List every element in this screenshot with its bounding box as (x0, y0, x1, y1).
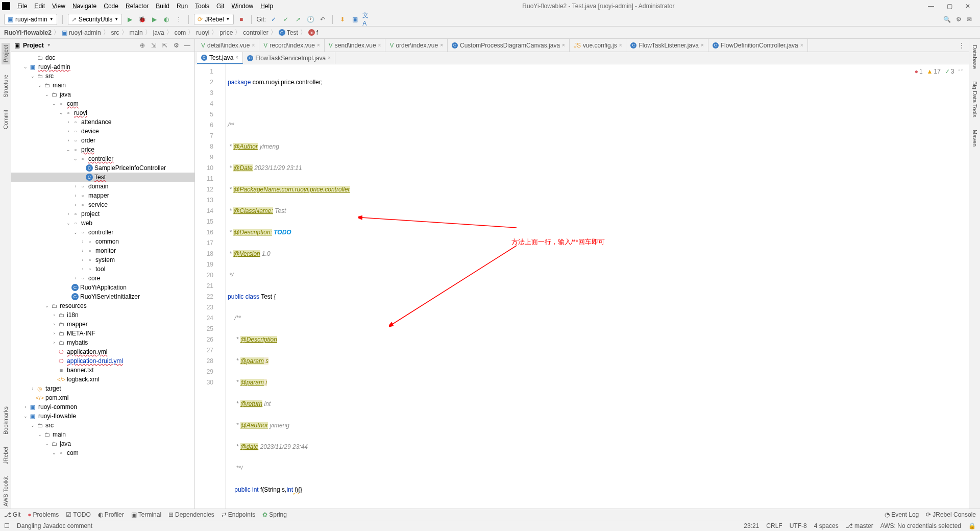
bottom-git[interactable]: ⎇ Git (4, 511, 20, 518)
tab-jrebel[interactable]: JRebel (2, 445, 10, 466)
bottom-eventlog[interactable]: ◔ Event Log (885, 511, 919, 518)
tree-node[interactable]: ⌄🗀src (11, 421, 194, 430)
tree-node[interactable]: ⌄▫com (11, 99, 194, 108)
tree-node[interactable]: ›🗀META-INF (11, 329, 194, 338)
crumb[interactable]: RuoYi-flowable2 (4, 29, 52, 36)
crumb[interactable]: ▣ ruoyi-admin (62, 29, 101, 36)
crumb[interactable]: m f (308, 29, 318, 36)
tree-node[interactable]: ›▫device (11, 127, 194, 136)
tree-node[interactable]: ⎔application-druid.yml (11, 356, 194, 366)
tree-node[interactable]: ⌄🗀main (11, 430, 194, 439)
menu-refactor[interactable]: Refactor (122, 2, 152, 11)
tree-node[interactable]: </>logback.xml (11, 375, 194, 384)
bottom-problems[interactable]: ● Problems (28, 511, 59, 518)
select-opened-icon[interactable]: ⊕ (138, 41, 146, 50)
profile-button[interactable]: ◐ (162, 15, 171, 24)
menu-run[interactable]: Run (174, 2, 191, 11)
tab-project[interactable]: Project (2, 43, 10, 64)
tree-node[interactable]: ›▫tool (11, 264, 194, 274)
mail-icon[interactable]: ✉ (967, 16, 972, 23)
status-aws[interactable]: AWS: No credentials selected (880, 522, 961, 529)
tab-commit[interactable]: Commit (2, 108, 10, 131)
tree-node[interactable]: ›▫attendance (11, 117, 194, 127)
bottom-terminal[interactable]: ▣ Terminal (131, 511, 161, 518)
gear-icon[interactable]: ⚙ (956, 16, 962, 23)
tree-node[interactable]: ›▫project (11, 209, 194, 219)
crumb[interactable]: price (219, 29, 233, 36)
tree-node[interactable]: ›🗀i18n (11, 310, 194, 320)
status-enc[interactable]: UTF-8 (790, 522, 807, 529)
crumb[interactable]: C Test (279, 29, 298, 36)
tree-node[interactable]: ›▫mapper (11, 191, 194, 200)
tab-bookmarks[interactable]: Bookmarks (2, 404, 10, 437)
editor-subtab[interactable]: CFlowTaskServiceImpl.java× (243, 52, 335, 64)
maximize-button[interactable]: ▢ (943, 3, 955, 10)
coverage-button[interactable]: ▶ (150, 15, 159, 24)
bottom-endpoints[interactable]: ⇄ Endpoints (222, 511, 255, 518)
tree-node[interactable]: ›▫monitor (11, 246, 194, 255)
editor-subtab[interactable]: CTest.java× (197, 52, 243, 64)
tree-body[interactable]: 🗀doc⌄▣ruoyi-admin⌄🗀src⌄🗀main⌄🗀java⌄▫com⌄… (11, 52, 194, 509)
tree-node[interactable]: CTest (11, 173, 194, 182)
editor-tab[interactable]: Vorder\index.vue× (385, 39, 448, 52)
editor-tab[interactable]: Vsend\index.vue× (325, 39, 386, 52)
tree-node[interactable]: ⌄▫com (11, 448, 194, 457)
tree-node[interactable]: ›◎target (11, 384, 194, 393)
tree-node[interactable]: ›▫service (11, 200, 194, 209)
menu-file[interactable]: File (14, 2, 30, 11)
crumb[interactable]: com (175, 29, 186, 36)
tree-node[interactable]: ⌄▫controller (11, 228, 194, 237)
tree-node[interactable]: ≡banner.txt (11, 366, 194, 375)
editor-tab[interactable]: JSvue.config.js× (570, 39, 627, 52)
tree-node[interactable]: ⌄🗀src (11, 71, 194, 81)
crumb[interactable]: java (153, 29, 164, 36)
git-rollback-button[interactable]: ↶ (318, 15, 327, 24)
tree-node[interactable]: ›▫domain (11, 182, 194, 191)
jrebel-selector[interactable]: ⟳ JRebel ▼ (194, 14, 233, 25)
git-update-button[interactable]: ✓ (269, 15, 278, 24)
editor-tab[interactable]: CFlowDefinitionController.java× (708, 39, 808, 52)
git-push-button[interactable]: ↗ (293, 15, 303, 24)
editor[interactable]: 1234567891011121314151617181920212223242… (195, 64, 969, 509)
tree-node[interactable]: CRuoYiServletInitializer (11, 292, 194, 301)
tree-node[interactable]: ⌄▫ruoyi (11, 108, 194, 117)
run-button[interactable]: ▶ (125, 15, 134, 24)
tree-node[interactable]: ⌄🗀java (11, 90, 194, 99)
crumb[interactable]: src (111, 29, 119, 36)
bottom-deps[interactable]: ⊞ Dependencies (168, 511, 214, 518)
menu-window[interactable]: Window (228, 2, 256, 11)
tabs-more[interactable]: ⋮ (954, 42, 969, 49)
tree-node[interactable]: ⌄▫web (11, 219, 194, 228)
hide-icon[interactable]: — (183, 41, 191, 50)
tree-node[interactable]: ›▫common (11, 237, 194, 246)
tree-node[interactable]: CSamplePriceInfoController (11, 163, 194, 173)
menu-build[interactable]: Build (153, 2, 173, 11)
search-icon[interactable]: 🔍 (943, 16, 951, 23)
expand-icon[interactable]: ⇲ (150, 41, 158, 50)
bottom-profiler[interactable]: ◐ Profiler (98, 511, 124, 518)
menu-code[interactable]: Code (101, 2, 121, 11)
tree-node[interactable]: ›▣ruoyi-common (11, 402, 194, 412)
weak-count[interactable]: 3 (945, 66, 954, 77)
tree-node[interactable]: ›▫order (11, 136, 194, 145)
menu-view[interactable]: View (49, 2, 68, 11)
status-branch[interactable]: ⎇ master (846, 522, 873, 529)
tree-node[interactable]: ›▫system (11, 255, 194, 264)
menu-edit[interactable]: Edit (31, 2, 48, 11)
runconfig-selector[interactable]: ↗ SecurityUtils ▼ (68, 14, 122, 25)
tab-structure[interactable]: Structure (2, 73, 10, 100)
chevron-icon[interactable]: ˆ ˇ (959, 66, 963, 77)
module-selector[interactable]: ▣ ruoyi-admin ▼ (4, 14, 57, 25)
crumb[interactable]: main (130, 29, 143, 36)
status-eol[interactable]: CRLF (766, 522, 782, 529)
menu-tools[interactable]: Tools (192, 2, 212, 11)
status-pos[interactable]: 23:21 (744, 522, 759, 529)
warning-count[interactable]: 17 (927, 66, 941, 77)
editor-tab[interactable]: Vdetail\index.vue× (197, 39, 259, 52)
stop-button[interactable]: ■ (237, 15, 246, 24)
gear-icon[interactable]: ⚙ (172, 41, 180, 50)
menu-help[interactable]: Help (257, 2, 276, 11)
collapse-icon[interactable]: ⇱ (161, 41, 169, 50)
tab-database[interactable]: Database (971, 43, 979, 71)
tree-node[interactable]: 🗀doc (11, 53, 194, 62)
